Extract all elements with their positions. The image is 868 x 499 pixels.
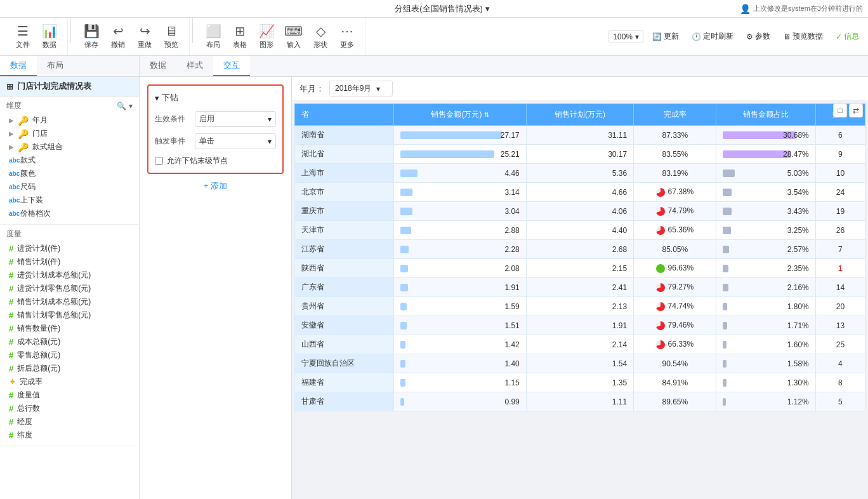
- table-row[interactable]: 宁夏回族自治区 1.40 1.5490.54% 1.58% 4: [295, 354, 865, 373]
- measure-sales-retail[interactable]: # 销售计划零售总额(元): [6, 309, 133, 322]
- input-button[interactable]: ⌨ 输入: [280, 21, 306, 52]
- dim-price-level[interactable]: abc 价格档次: [6, 207, 133, 220]
- preview-data-button[interactable]: 🖥 预览数据: [779, 29, 827, 44]
- measure-sales-plan[interactable]: # 销售计划(件): [6, 255, 133, 269]
- tab-data-left[interactable]: 数据: [0, 56, 37, 76]
- undo-button[interactable]: ↩ 撤销: [105, 21, 131, 52]
- table-row[interactable]: 重庆市 3.04 4.0674.79% 3.43% 19: [295, 202, 865, 221]
- clock-icon: 🕐: [692, 32, 701, 41]
- save-button[interactable]: 💾 保存: [79, 21, 104, 52]
- param-button[interactable]: ⚙ 参数: [742, 29, 774, 44]
- preview-data-icon: 🖥: [783, 32, 791, 41]
- top-bar: 分组表(全国销售情况表) ▾ 👤 上次修改是system在3分钟前进行的: [0, 0, 868, 18]
- measure-purchase-plan[interactable]: # 进货计划(件): [6, 242, 133, 255]
- tab-data-right[interactable]: 数据: [140, 56, 176, 76]
- measure-completion-rate[interactable]: ✦ 完成率: [6, 375, 133, 389]
- table-icon-header: ⊞: [6, 82, 13, 91]
- header-completion-rate[interactable]: 完成率: [634, 104, 716, 126]
- table-row[interactable]: 甘肃省 0.99 1.1189.65% 1.12% 5: [295, 392, 865, 411]
- cell-sales-plan: 31.11: [526, 126, 633, 145]
- search-icon[interactable]: 🔍: [117, 102, 126, 110]
- cell-sales-share: 3.25%: [716, 221, 815, 240]
- measure-value[interactable]: # 度量值: [6, 389, 133, 402]
- tab-layout-left[interactable]: 布局: [37, 56, 74, 76]
- table-row[interactable]: 湖北省 25.21 30.1783.55% 28.47% 9: [295, 145, 865, 164]
- cell-sales-plan: 1.11: [526, 392, 633, 411]
- measure-longitude[interactable]: # 经度: [6, 415, 133, 429]
- dim-year-month[interactable]: ▶ 🔑 年月: [6, 114, 133, 127]
- table-row[interactable]: 陕西省 2.08 2.1596.63% 2.35% 1: [295, 259, 865, 278]
- redo-button[interactable]: ↪ 重做: [132, 21, 157, 52]
- table-row[interactable]: 上海市 4.46 5.3683.19% 5.03% 10: [295, 164, 865, 183]
- dim-style-combo[interactable]: ▶ 🔑 款式组合: [6, 140, 133, 154]
- measure-purchase-retail[interactable]: # 进货计划零售总额(元): [6, 282, 133, 295]
- table-row[interactable]: 北京市 3.14 4.6667.38% 3.54% 24: [295, 183, 865, 202]
- year-select[interactable]: 2018年9月 ▾: [329, 81, 393, 96]
- table-button[interactable]: ⊞ 表格: [227, 21, 253, 52]
- measure-sales-cost[interactable]: # 销售计划成本总额(元): [6, 295, 133, 309]
- shape-icon: ◇: [316, 23, 326, 39]
- schedule-button[interactable]: 🕐 定时刷新: [688, 29, 737, 44]
- zoom-control[interactable]: 100% ▾: [608, 30, 643, 43]
- header-sales-amount[interactable]: 销售金额(万元) ⇅: [394, 104, 526, 126]
- dim-size[interactable]: abc 尺码: [6, 180, 133, 194]
- effect-select[interactable]: 启用 ▾: [195, 111, 276, 127]
- shape-button[interactable]: ◇ 形状: [308, 21, 333, 52]
- cell-rank: 7: [815, 240, 865, 259]
- info-button[interactable]: ✓ 信息: [832, 29, 863, 44]
- measure-latitude[interactable]: # 纬度: [6, 429, 133, 442]
- cell-province: 湖北省: [295, 145, 394, 164]
- pin-button[interactable]: ⇄: [849, 103, 863, 117]
- header-sales-plan[interactable]: 销售计划(万元): [526, 104, 633, 126]
- data-button[interactable]: 📊 数据: [37, 21, 62, 52]
- dim-color[interactable]: abc 颜色: [6, 167, 133, 180]
- table-wrapper[interactable]: 省 销售金额(万元) ⇅ 销售计划(万元) 完成率: [292, 101, 868, 499]
- measure-sales-qty[interactable]: # 销售数量(件): [6, 322, 133, 335]
- measure-discount-total[interactable]: # 折后总额(元): [6, 362, 133, 375]
- table-row[interactable]: 安徽省 1.51 1.9179.46% 1.71% 13: [295, 316, 865, 335]
- tab-interact-right[interactable]: 交互: [213, 56, 250, 76]
- cell-completion-rate: 87.33%: [634, 126, 716, 145]
- drill-collapse-icon[interactable]: ▾: [155, 93, 159, 103]
- chart-button[interactable]: 📈 图形: [254, 21, 279, 52]
- hash-icon-5: #: [9, 297, 13, 307]
- dim-top-bottom[interactable]: abc 上下装: [6, 194, 133, 207]
- header-sales-share[interactable]: 销售金额占比: [716, 104, 815, 126]
- expand-icon: ▶: [9, 130, 14, 137]
- cell-sales-plan: 2.13: [526, 297, 633, 316]
- refresh-button[interactable]: 🔄 更新: [648, 29, 683, 44]
- table-row[interactable]: 广东省 1.91 2.4179.27% 2.16% 14: [295, 278, 865, 297]
- cell-completion-rate: 89.65%: [634, 392, 716, 411]
- cell-rank: 6: [815, 126, 865, 145]
- more-button[interactable]: ⋯ 更多: [334, 21, 360, 52]
- header-province[interactable]: 省: [295, 104, 394, 126]
- measure-retail-total[interactable]: # 零售总额(元): [6, 349, 133, 362]
- abc-icon-color: abc: [9, 170, 16, 177]
- save-icon: 💾: [84, 23, 100, 39]
- table-row[interactable]: 福建省 1.15 1.3584.91% 1.30% 8: [295, 373, 865, 392]
- layout-button[interactable]: ⬜ 布局: [201, 21, 226, 52]
- trigger-select[interactable]: 单击 ▾: [195, 133, 276, 149]
- dimension-menu-icon[interactable]: ▾: [129, 102, 133, 110]
- dim-style[interactable]: abc 款式: [6, 154, 133, 167]
- tab-style-right[interactable]: 样式: [176, 56, 213, 76]
- data-icon: 📊: [42, 23, 58, 39]
- table-row[interactable]: 湖南省 27.17 31.1187.33% 30.68% 6: [295, 126, 865, 145]
- measure-cost-total[interactable]: # 成本总额(元): [6, 335, 133, 349]
- dim-store[interactable]: ▶ 🔑 门店: [6, 127, 133, 140]
- table-row[interactable]: 贵州省 1.59 2.1374.74% 1.80% 20: [295, 297, 865, 316]
- hash-icon-8: #: [9, 337, 13, 347]
- preview-button[interactable]: 🖥 预览: [159, 22, 184, 52]
- cell-sales-plan: 2.41: [526, 278, 633, 297]
- allow-leaf-checkbox[interactable]: [155, 157, 163, 165]
- table-row[interactable]: 江苏省 2.28 2.6885.05% 2.57% 7: [295, 240, 865, 259]
- measure-purchase-cost[interactable]: # 进货计划成本总额(元): [6, 269, 133, 282]
- table-row[interactable]: 天津市 2.88 4.4065.36% 3.25% 26: [295, 221, 865, 240]
- copy-button[interactable]: □: [833, 103, 847, 117]
- add-link[interactable]: + 添加: [145, 176, 286, 196]
- measure-row-count[interactable]: # 总行数: [6, 402, 133, 415]
- cell-province: 重庆市: [295, 202, 394, 221]
- file-button[interactable]: ☰ 文件: [10, 21, 36, 52]
- table-row[interactable]: 山西省 1.42 2.1466.33% 1.60% 25: [295, 335, 865, 354]
- title-dropdown-icon[interactable]: ▾: [485, 4, 490, 13]
